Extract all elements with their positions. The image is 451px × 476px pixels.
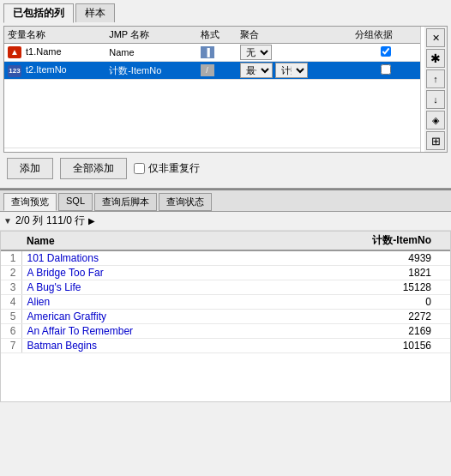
query-info: ▼ 2/0 列 111/0 行 ▶ xyxy=(0,212,451,231)
tab-sql[interactable]: SQL xyxy=(58,193,93,211)
header-name: Name xyxy=(21,232,282,250)
aggregate-cell: 无 xyxy=(237,44,352,62)
tab-query-status[interactable]: 查询状态 xyxy=(159,193,212,211)
header-scrollbar xyxy=(436,232,450,250)
row-num-cell: 7 xyxy=(1,339,21,353)
column-table: 变量名称 JMP 名称 格式 聚合 分组依据 ▲ t1.Name Na xyxy=(4,27,420,148)
jmp-name-cell-2: 计数-ItemNo xyxy=(105,62,196,80)
name-link[interactable]: American Graffity xyxy=(27,310,106,322)
table-row[interactable]: 5 American Graffity 2272 xyxy=(1,310,450,324)
format-cell: ▐ xyxy=(197,44,237,62)
name-link[interactable]: A Bridge Too Far xyxy=(27,267,104,279)
group-by-checkbox-1[interactable] xyxy=(381,46,391,57)
scrollbar-cell xyxy=(436,266,450,280)
unique-rows-label: 仅非重复行 xyxy=(134,161,200,176)
count-cell: 4939 xyxy=(282,250,436,266)
count-cell: 10156 xyxy=(282,339,436,353)
empty-row xyxy=(4,80,420,148)
tab-included-columns[interactable]: 已包括的列 xyxy=(3,3,74,23)
down-button[interactable]: ↓ xyxy=(426,90,445,109)
group-by-cell-2 xyxy=(352,62,420,80)
name-link[interactable]: Alien xyxy=(27,296,51,308)
name-cell: Alien xyxy=(21,295,282,310)
up-button[interactable]: ↑ xyxy=(426,69,445,88)
add-all-button[interactable]: 全部添加 xyxy=(60,158,127,179)
row-num-cell: 1 xyxy=(1,250,21,266)
col-count: 2/0 列 xyxy=(15,214,43,228)
header-group-by: 分组依据 xyxy=(352,27,420,44)
filter-button[interactable]: ◈ xyxy=(426,111,445,130)
name-link[interactable]: An Affair To Remember xyxy=(27,325,134,337)
bottom-buttons-row: 添加 全部添加 仅非重复行 xyxy=(3,153,448,184)
name-link[interactable]: Batman Begins xyxy=(27,340,97,352)
column-config-area: 变量名称 JMP 名称 格式 聚合 分组依据 ▲ t1.Name Na xyxy=(3,26,448,153)
count-cell: 15128 xyxy=(282,280,436,295)
delete-button[interactable]: ✕ xyxy=(426,28,445,47)
scrollbar-cell xyxy=(436,250,450,266)
name-link[interactable]: A Bug's Life xyxy=(27,281,81,293)
count-cell: 1821 xyxy=(282,266,436,280)
row-num-cell: 4 xyxy=(1,295,21,310)
name-link[interactable]: 101 Dalmations xyxy=(27,252,99,264)
header-format: 格式 xyxy=(197,27,237,44)
count-cell: 2169 xyxy=(282,324,436,339)
bottom-panel: 查询预览 SQL 查询后脚本 查询状态 ▼ 2/0 列 111/0 行 ▶ Na… xyxy=(0,189,451,402)
table-row[interactable]: 7 Batman Begins 10156 xyxy=(1,339,450,353)
group-by-checkbox-2[interactable] xyxy=(381,64,391,75)
asterisk-button[interactable]: ✱ xyxy=(426,49,445,68)
triangle-icon: ▲ xyxy=(8,46,21,58)
header-row-num xyxy=(1,232,21,250)
add-button[interactable]: 添加 xyxy=(7,158,53,179)
table-row[interactable]: 6 An Affair To Remember 2169 xyxy=(1,324,450,339)
row-num-cell: 3 xyxy=(1,280,21,295)
name-cell: 101 Dalmations xyxy=(21,250,282,266)
var-name-cell: ▲ t1.Name xyxy=(4,44,105,62)
header-jmp-name: JMP 名称 xyxy=(105,27,196,44)
table-row[interactable]: 4 Alien 0 xyxy=(1,295,450,310)
scrollbar-cell xyxy=(436,310,450,324)
aggregate-cell-2: 最佳 计数 xyxy=(237,62,352,80)
unique-rows-checkbox[interactable] xyxy=(134,163,145,174)
format-icon: ▐ xyxy=(201,46,214,58)
unique-rows-text: 仅非重复行 xyxy=(148,161,200,176)
header-aggregate: 聚合 xyxy=(237,27,352,44)
scrollbar-cell xyxy=(436,339,450,353)
top-tabs: 已包括的列 样本 xyxy=(3,3,448,22)
formula-button[interactable]: ⊞ xyxy=(426,131,445,150)
tab-post-query-script[interactable]: 查询后脚本 xyxy=(94,193,157,211)
expand-icon[interactable]: ▼ xyxy=(3,216,12,226)
expand-icon-2[interactable]: ▶ xyxy=(88,216,95,226)
table-row[interactable]: 1 101 Dalmations 4939 xyxy=(1,250,450,266)
aggregate-select-1[interactable]: 无 xyxy=(240,45,272,60)
name-cell: A Bug's Life xyxy=(21,280,282,295)
tab-sample[interactable]: 样本 xyxy=(75,3,115,22)
name-cell: A Bridge Too Far xyxy=(21,266,282,280)
row-num-cell: 6 xyxy=(1,324,21,339)
row-count: 111/0 行 xyxy=(46,214,85,228)
jmp-name-cell: Name xyxy=(105,44,196,62)
count-cell: 2272 xyxy=(282,310,436,324)
scrollbar-cell xyxy=(436,324,450,339)
var-name-cell-2: 123 t2.ItemNo xyxy=(4,62,105,80)
bottom-tabs-row: 查询预览 SQL 查询后脚本 查询状态 xyxy=(0,190,451,212)
aggregate-select-best[interactable]: 最佳 xyxy=(240,63,273,78)
side-buttons: ✕ ✱ ↑ ↓ ◈ ⊞ xyxy=(424,27,447,152)
results-table-wrapper[interactable]: Name 计数-ItemNo 1 101 Dalmations 4939 2 A… xyxy=(0,231,451,402)
scrollbar-cell xyxy=(436,280,450,295)
scrollbar-cell xyxy=(436,295,450,310)
column-table-wrapper: 变量名称 JMP 名称 格式 聚合 分组依据 ▲ t1.Name Na xyxy=(4,27,421,152)
row-num-cell: 2 xyxy=(1,266,21,280)
num-icon: 123 xyxy=(8,65,21,77)
top-panel: 已包括的列 样本 变量名称 JMP 名称 格式 聚合 分组依据 xyxy=(0,0,451,189)
tab-query-preview[interactable]: 查询预览 xyxy=(3,193,57,211)
header-var-name: 变量名称 xyxy=(4,27,105,44)
table-row[interactable]: 2 A Bridge Too Far 1821 xyxy=(1,266,450,280)
aggregate-select-count[interactable]: 计数 xyxy=(275,63,308,78)
name-cell: Batman Begins xyxy=(21,339,282,353)
name-cell: An Affair To Remember xyxy=(21,324,282,339)
table-row[interactable]: ▲ t1.Name Name ▐ 无 xyxy=(4,44,420,62)
table-row[interactable]: 123 t2.ItemNo 计数-ItemNo / 最佳 计数 xyxy=(4,62,420,80)
row-num-cell: 5 xyxy=(1,310,21,324)
count-cell: 0 xyxy=(282,295,436,310)
table-row[interactable]: 3 A Bug's Life 15128 xyxy=(1,280,450,295)
